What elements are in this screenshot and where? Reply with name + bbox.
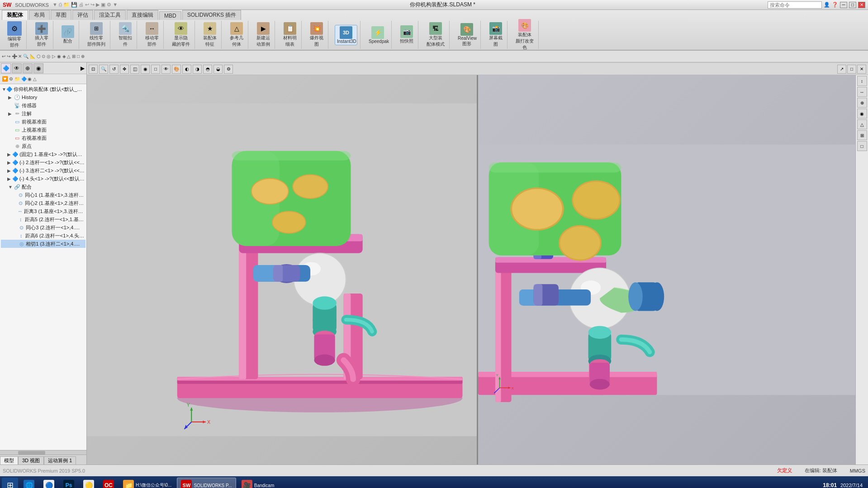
tree-item-mate5[interactable]: ⊙ 同心3 (2.连杆一<1>,4.头<1>) (1, 223, 85, 232)
vp-btn-hide-show[interactable]: 👁 (161, 65, 171, 74)
vp-btn-realview[interactable]: ◑ (193, 65, 202, 74)
taskbar-bandicam[interactable]: 🎥 Bandicam (238, 478, 278, 488)
realview-button[interactable]: 🎨 RealView图形 (456, 22, 478, 48)
show-hidden-button[interactable]: 👁 显示隐藏的零件 (170, 21, 192, 48)
rt-btn-4[interactable]: ◉ (857, 109, 867, 118)
tree-item-annotation[interactable]: ▶ ✏ 注解 (1, 109, 85, 118)
taskbar-app4[interactable]: 🟡 (80, 478, 98, 488)
rt-btn-7[interactable]: □ (857, 141, 867, 151)
insert-parts-button[interactable]: ➕ 插入零部件 (33, 21, 50, 48)
start-button[interactable]: ⊞ (2, 478, 18, 488)
tab-layout[interactable]: 布局 (29, 10, 50, 20)
materials-bom-button[interactable]: 📋 材料明细表 (281, 21, 299, 48)
viewport-right[interactable]: X Y (478, 75, 868, 464)
ref-geometry-button[interactable]: △ 参考几何体 (228, 21, 245, 48)
tree-item-mate1[interactable]: ⊙ 同心1 (1.基座<1>,3.连杆二<1... (1, 191, 85, 199)
taskbar-solidworks[interactable]: SW SOLIDWORKS P... (177, 478, 236, 488)
new-motion-button[interactable]: ▶ 新建运动算例 (255, 21, 272, 48)
instant3d-button[interactable]: 3D Instant3D (335, 25, 357, 45)
taskbar-filemgr[interactable]: 📁 H:\微信公众号\0... (119, 478, 175, 488)
tree-item-part2[interactable]: ▶ 🔷 (-) 2.连杆一<1> ->?(默认<<默认... (1, 158, 85, 166)
tree-item-history[interactable]: ▶ 🕐 History (1, 93, 85, 101)
taskbar-app5[interactable]: OC (100, 478, 118, 488)
vp-btn-view-settings[interactable]: ⚙ (224, 65, 233, 74)
assem-feature-button[interactable]: ★ 装配体特征 (201, 21, 218, 48)
snapshot-button[interactable]: 📷 拍快照 (398, 24, 415, 45)
tree-item-part4[interactable]: ▶ 🔷 (-) 4.头<1> ->?(默认<<默认>_显... (1, 175, 85, 183)
rt-btn-2[interactable]: ↔ (857, 87, 867, 97)
vp-btn-display-mode[interactable]: □ (151, 65, 160, 74)
panel-tab-filter[interactable]: 🔷 (1, 63, 11, 73)
rt-btn-1[interactable]: ↕ (857, 76, 867, 86)
panel-tab-display[interactable]: ⊕ (23, 63, 33, 73)
vp-btn-zoom-fit[interactable]: ⊡ (89, 65, 98, 74)
vp-restore[interactable]: ↗ (837, 65, 846, 74)
vp-btn-zoom[interactable]: 🔍 (99, 65, 108, 74)
tab-sketch[interactable]: 草图 (51, 10, 71, 20)
smart-fasteners-button[interactable]: 🔩 智能扣件 (117, 21, 134, 48)
vp-close[interactable]: ✕ (857, 65, 866, 74)
vp-btn-view[interactable]: ◉ (141, 65, 150, 74)
tree-item-mate7[interactable]: ◎ 相切1 (3.连杆二<1>,4.头<1>) (1, 240, 85, 248)
vp-btn-pan[interactable]: ✥ (120, 65, 129, 74)
vp-btn-appearance[interactable]: 🎨 (172, 65, 181, 74)
tab-assemble[interactable]: 装配体 (2, 10, 28, 20)
tree-item-right-plane[interactable]: ▭ 右视基准面 (1, 134, 85, 142)
tab-evaluate[interactable]: 评估 (72, 10, 93, 20)
taskbar-chrome[interactable]: 🔵 (40, 478, 58, 488)
close-button[interactable]: ✕ (858, 2, 865, 8)
panel-expand-arrow[interactable]: ▶ (80, 64, 85, 72)
linear-pattern-button[interactable]: ⊞ 线性零部件阵列 (85, 21, 107, 48)
tree-item-mates[interactable]: ▼ 🔗 配合 (1, 183, 85, 191)
tree-item-part3[interactable]: ▶ 🔷 (-) 3.连杆二<1> ->?(默认<<默认... (1, 166, 85, 175)
tree-item-root[interactable]: ▼ 🔷 你仰机构装配体 (默认<默认_显示状态- (1, 85, 85, 93)
tab-motion[interactable]: 运动算例 1 (44, 456, 76, 464)
panel-tab-view[interactable]: 👁 (12, 63, 22, 73)
vp-btn-scene[interactable]: ◐ (182, 65, 191, 74)
tab-plugin[interactable]: SOLIDWORKS 插件 (182, 10, 242, 20)
titlebar-left: SW SOLIDWORKS ▼ ⎙ 📁 💾 🖨 ↩ ↪ ▶ ▣ ⚙ ▼ (3, 2, 118, 8)
speedpak-button[interactable]: ⚡ Speedpak (367, 25, 389, 45)
taskbar-ps[interactable]: Ps (60, 478, 78, 488)
taskbar-explorer[interactable]: 🌐 (20, 478, 38, 488)
search-input[interactable] (768, 1, 822, 9)
tree-item-mate3[interactable]: ↔ 距离3 (1.基座<1>,3.连杆二<1>... (1, 207, 85, 215)
minimize-button[interactable]: ─ (840, 2, 847, 8)
tree-item-top-plane[interactable]: ▭ 上视基准面 (1, 126, 85, 134)
large-asm-button[interactable]: 🏗 大型装配体模式 (425, 21, 446, 48)
viewport-left[interactable]: X Y (87, 75, 478, 464)
scrollbar-thumb[interactable] (18, 451, 45, 455)
rt-btn-3[interactable]: ⊕ (857, 98, 867, 108)
change-color-button[interactable]: 🎨 装配体颜打改变色 (514, 18, 536, 52)
speedpak-icon: ⚡ (371, 26, 384, 39)
rt-btn-6[interactable]: ⊞ (857, 130, 867, 140)
tab-model[interactable]: 模型 (0, 456, 18, 464)
vp-maximize[interactable]: □ (847, 65, 856, 74)
screen-capture-button[interactable]: 📸 屏幕截图 (487, 21, 504, 48)
maximize-button[interactable]: □ (849, 2, 856, 8)
move-parts-button[interactable]: ↔ 移动零部件 (143, 21, 161, 48)
tab-direct[interactable]: 直接编辑 (127, 10, 158, 20)
tab-3d-view[interactable]: 3D 视图 (18, 456, 44, 464)
vp-btn-shadows[interactable]: ◒ (213, 65, 223, 74)
tree-item-front-plane[interactable]: ▭ 前视基准面 (1, 118, 85, 126)
tab-render[interactable]: 渲染工具 (94, 10, 126, 20)
tab-mbd[interactable]: MBD (159, 11, 181, 20)
explode-button[interactable]: 💥 爆炸视图 (308, 21, 325, 48)
tree-item-part1[interactable]: ▶ 🔷 (固定) 1.基座<1> ->?(默认<<默认 (1, 150, 85, 158)
tree-item-sensor[interactable]: 📡 传感器 (1, 101, 85, 109)
tree-item-mate6[interactable]: ↕ 距高6 (2.连杆一<1>,4.头<1>... (1, 232, 85, 240)
edit-parts-button[interactable]: ⚙ 编辑零部件 (5, 20, 24, 49)
panel-tab-scene[interactable]: ◉ (33, 63, 43, 73)
vp-btn-section[interactable]: ◫ (130, 65, 139, 74)
rt-btn-5[interactable]: △ (857, 119, 867, 129)
ref-geometry-icon: △ (230, 22, 243, 35)
mate-button[interactable]: 🔗 配合 (60, 24, 76, 45)
tree-item-origin[interactable]: ⊕ 原点 (1, 142, 85, 150)
horizontal-scrollbar[interactable] (0, 450, 86, 455)
tree-icon-mates: 🔗 (14, 183, 21, 190)
vp-btn-rotate[interactable]: ↺ (109, 65, 119, 74)
tree-item-mate2[interactable]: ⊙ 同心2 (1.基座<1>,2.连杆一<1... (1, 199, 85, 207)
tree-item-mate4[interactable]: ↕ 距高5 (2.连杆一<1>,1.基座<1... (1, 215, 85, 223)
vp-btn-ambient[interactable]: ◓ (203, 65, 212, 74)
